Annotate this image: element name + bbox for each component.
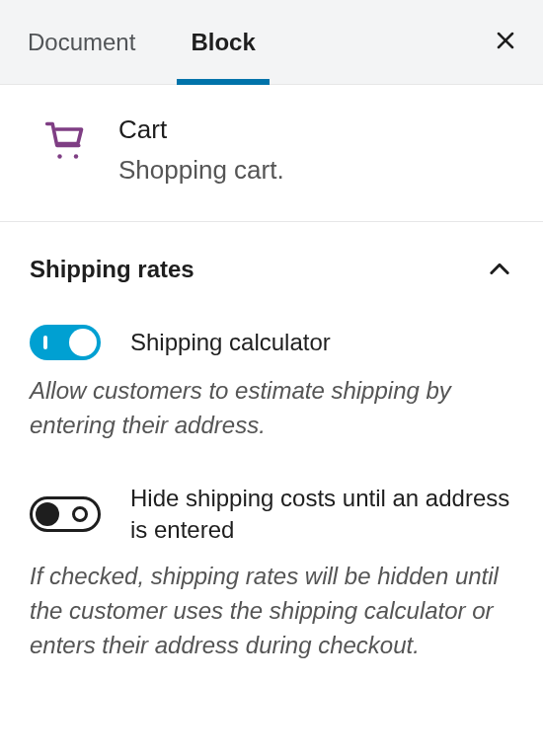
- panel-shipping-rates-body: Shipping calculator Allow customers to e…: [0, 293, 543, 663]
- panel-shipping-rates-header[interactable]: Shipping rates: [0, 222, 543, 293]
- svg-point-3: [74, 154, 78, 158]
- svg-point-2: [57, 154, 61, 158]
- panel-title: Shipping rates: [30, 256, 194, 283]
- help-shipping-calculator: Allow customers to estimate shipping by …: [30, 374, 513, 443]
- help-hide-shipping-costs: If checked, shipping rates will be hidde…: [30, 560, 513, 662]
- chevron-up-icon: [486, 256, 513, 283]
- block-description: Shopping cart.: [118, 155, 284, 186]
- toggle-shipping-calculator-label: Shipping calculator: [130, 327, 331, 358]
- block-info: Cart Shopping cart.: [0, 85, 543, 222]
- block-title: Cart: [118, 114, 284, 145]
- cart-icon: [43, 118, 87, 166]
- toggle-hide-shipping-costs[interactable]: [30, 496, 101, 532]
- toggle-shipping-calculator[interactable]: [30, 325, 101, 360]
- tab-document[interactable]: Document: [0, 0, 163, 85]
- tab-block-label: Block: [191, 29, 255, 56]
- close-button[interactable]: [488, 25, 523, 60]
- tab-block[interactable]: Block: [163, 0, 282, 85]
- close-icon: [494, 29, 517, 56]
- tab-document-label: Document: [28, 29, 135, 56]
- toggle-hide-shipping-costs-label: Hide shipping costs until an address is …: [130, 483, 513, 547]
